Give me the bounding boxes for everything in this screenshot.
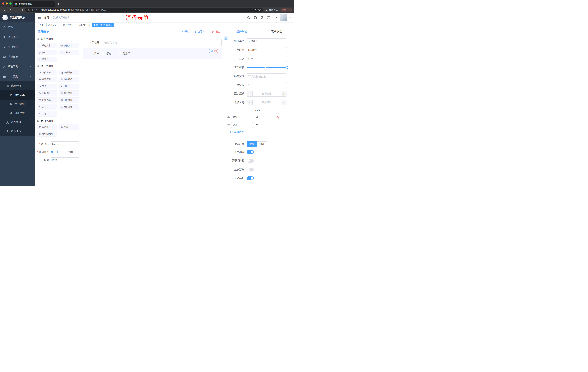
label-width-input[interactable] (247, 73, 287, 79)
option-style-default[interactable]: 默认 (247, 141, 257, 147)
palette-item[interactable]: 评分 (37, 104, 57, 110)
link-badge[interactable] (224, 36, 228, 40)
sidebar-item[interactable]: 请假查询 (0, 127, 35, 136)
increase-button[interactable]: + (281, 100, 286, 105)
palette-item[interactable]: 下拉选择 (37, 70, 57, 75)
avatar-caret-icon[interactable] (289, 17, 291, 19)
tab-close-icon[interactable] (51, 3, 53, 5)
palette-item[interactable]: 表格[开发中] (37, 131, 57, 137)
status-on-radio[interactable]: 开启 (51, 150, 60, 154)
sidebar-item[interactable]: 任务管理 (0, 118, 35, 127)
sidebar-logo[interactable]: 芋道管理系统 (0, 13, 35, 22)
tag-close-icon[interactable]: × (111, 24, 112, 26)
tag-close-icon[interactable]: × (73, 24, 74, 26)
toggle-switch[interactable] (247, 176, 254, 180)
browser-tab[interactable]: 芋道管理系统 (13, 1, 55, 7)
max-select-placeholder[interactable]: 最多可选 (252, 100, 281, 105)
user-avatar[interactable] (280, 14, 287, 21)
checkbox-option[interactable]: 选项二 (119, 52, 131, 55)
sidebar-item[interactable]: 系统管理 (0, 32, 35, 42)
palette-item[interactable]: 开关 (37, 84, 57, 89)
sidebar-toggle-icon[interactable] (38, 16, 41, 19)
palette-item[interactable]: 滑块 (59, 84, 79, 89)
tag-item[interactable]: 流程表单× (77, 23, 91, 28)
minimize-window-button[interactable] (6, 2, 8, 5)
palette-item[interactable]: 日期范围 (59, 97, 79, 103)
option-name-input[interactable] (231, 122, 253, 128)
back-button[interactable] (2, 8, 7, 12)
home-button[interactable] (20, 8, 24, 12)
sidebar-item[interactable]: 首页 (0, 22, 35, 32)
palette-item[interactable]: 按钮 (59, 124, 79, 130)
browser-menu-icon[interactable] (287, 9, 290, 11)
slider-handle[interactable] (285, 66, 288, 69)
tag-item[interactable]: 流程模型× (62, 23, 76, 28)
address-bar[interactable]: 不安全 | dashboard.yudao.iocoder.cn/bpm/man… (25, 8, 263, 12)
tag-item[interactable]: 流程定义× (46, 23, 61, 28)
sidebar-item[interactable]: ¥支付管理 (0, 42, 35, 52)
palette-item[interactable]: 多选框组 (59, 77, 79, 82)
copy-field-button[interactable] (209, 49, 213, 53)
sidebar-item[interactable]: 流程表单 (0, 90, 35, 100)
bookmark-star-icon[interactable] (258, 9, 261, 11)
update-button[interactable]: 更新 (280, 8, 292, 12)
toggle-switch[interactable] (247, 159, 254, 162)
password-key-icon[interactable] (254, 9, 257, 11)
close-window-button[interactable] (2, 2, 4, 5)
new-tab-button[interactable] (57, 2, 60, 5)
palette-item[interactable]: 单行文本 (37, 43, 57, 48)
tab-component-props[interactable]: 组件属性 (224, 28, 259, 35)
phone-input[interactable] (102, 39, 221, 46)
toggle-switch[interactable] (247, 168, 254, 171)
min-select-placeholder[interactable]: 至少应选 (252, 91, 281, 96)
option-style-button[interactable]: 按钮 (257, 141, 267, 147)
title-input[interactable] (247, 56, 287, 62)
canvas-field-phone[interactable]: 手机号 (83, 39, 221, 46)
sidebar-item[interactable]: 基础设施 (0, 52, 35, 62)
field-name-input[interactable] (247, 47, 287, 53)
palette-item[interactable]: 时间选择 (37, 90, 57, 96)
delete-field-button[interactable] (214, 49, 218, 53)
grid-slider[interactable] (247, 65, 287, 70)
form-name-input[interactable] (51, 141, 79, 147)
default-value-input[interactable] (247, 82, 287, 88)
font-size-icon[interactable] (274, 16, 277, 19)
palette-item[interactable]: 日期选择 (37, 97, 57, 103)
zoom-window-button[interactable] (10, 2, 12, 5)
option-value-input[interactable] (254, 115, 275, 120)
checkbox-option[interactable]: 选项一 (102, 52, 113, 55)
component-type-select[interactable]: 多选框组 (247, 38, 287, 44)
palette-item[interactable]: 时间范围 (59, 90, 79, 96)
sidebar-item[interactable]: 研发工具 (0, 62, 35, 72)
option-value-input[interactable] (254, 122, 275, 128)
drag-handle-icon[interactable] (227, 124, 230, 127)
save-button[interactable]: 保存 (181, 30, 189, 33)
status-off-radio[interactable]: 关闭 (64, 150, 73, 154)
search-icon[interactable] (247, 16, 250, 19)
palette-item[interactable]: 级联选择 (59, 70, 79, 75)
remove-option-icon[interactable] (277, 116, 280, 119)
sidebar-item[interactable]: 流程模型 (0, 109, 35, 118)
palette-item[interactable]: 密码 (37, 50, 57, 55)
tag-close-icon[interactable]: × (58, 24, 59, 26)
decrease-button[interactable]: − (247, 100, 252, 105)
toggle-switch[interactable] (247, 150, 254, 154)
sidebar-item[interactable]: 流程管理 (0, 81, 35, 90)
breadcrumb-home[interactable]: 首页 (44, 16, 49, 19)
tag-item[interactable]: 流程表单-编辑× (92, 23, 114, 28)
github-icon[interactable] (254, 16, 257, 19)
remove-option-icon[interactable] (277, 124, 280, 127)
palette-item[interactable]: 行容器 (37, 124, 57, 130)
palette-item[interactable]: 123计数器 (59, 50, 79, 55)
forward-button[interactable] (8, 8, 12, 12)
clear-button[interactable]: 清空 (212, 30, 220, 33)
fullscreen-icon[interactable] (267, 16, 270, 19)
add-option-button[interactable]: 添加选项 (230, 130, 244, 134)
slider-track[interactable] (247, 67, 287, 68)
canvas-field-gender[interactable]: 性别 选项一选项二 (83, 48, 221, 59)
security-warning-icon[interactable] (28, 9, 30, 11)
view-json-button[interactable]: 查看json (194, 30, 207, 33)
palette-item[interactable]: 多行文本 (59, 43, 79, 48)
reload-button[interactable] (14, 8, 18, 12)
form-canvas[interactable]: 手机号 性别 选项一选项二 (81, 35, 224, 186)
